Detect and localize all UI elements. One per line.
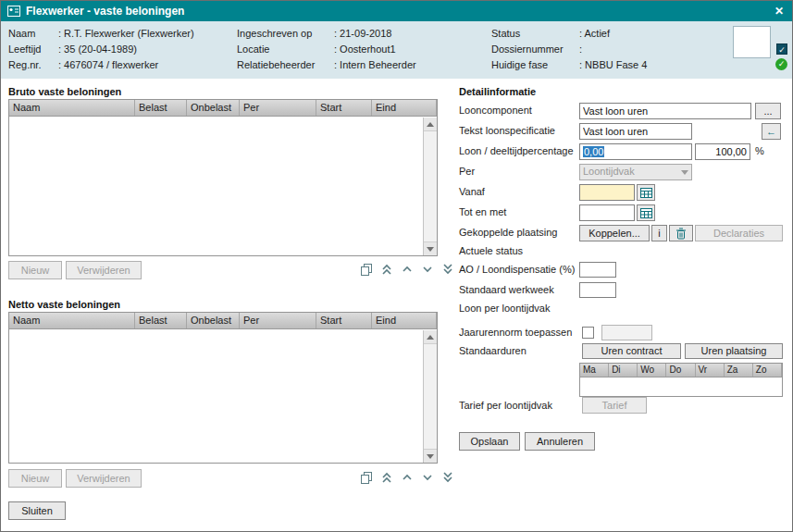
netto-nieuw-button[interactable]: Nieuw [8,469,62,488]
tekst-loonspecificatie-label: Tekst loonspecificatie [459,125,555,136]
deeltijdpercentage-input[interactable] [695,143,750,160]
tot-en-met-input[interactable] [579,204,635,221]
loon-deeltijdpercentage-label: Loon / deeltijdpercentage [459,145,574,156]
move-last-icon[interactable] [440,470,456,485]
netto-table[interactable]: Naam Belast Onbelast Per Start Eind [8,312,438,464]
info-column-1: Naam: R.T. Flexwerker (Flexwerker) Leeft… [8,26,194,73]
info-value: : 35 (20-04-1989) [58,43,137,55]
day-column-header: Vr [696,364,725,377]
tarief-button[interactable]: Tarief [582,397,647,414]
info-button[interactable]: i [651,225,667,241]
info-label: Leeftijd [8,42,58,57]
netto-scrollbar[interactable] [423,330,437,463]
scroll-up-icon[interactable] [424,118,437,131]
move-down-icon[interactable] [419,470,436,485]
column-header[interactable]: Start [316,313,372,328]
info-label: Relatiebeheerder [237,57,334,73]
day-column-header: Ma [580,364,609,377]
column-header[interactable]: Naam [9,313,135,328]
move-first-icon[interactable] [378,262,395,277]
bruto-scrollbar[interactable] [423,118,437,255]
column-header[interactable]: Onbelast [187,100,240,116]
vanaf-input[interactable] [579,184,635,201]
looncomponent-browse-button[interactable]: ... [755,103,781,119]
jaarurennorm-checkbox[interactable] [582,327,594,339]
per-select: Loontijdvak [579,164,692,180]
info-value: : NBBU Fase 4 [579,59,647,70]
netto-verwijderen-button[interactable]: Verwijderen [66,469,142,488]
info-label: Locatie [237,42,334,57]
copy-text-arrow-button[interactable]: ← [762,123,781,140]
day-column-header: Zo [753,364,782,377]
scroll-down-icon[interactable] [424,241,437,255]
annuleren-button[interactable]: Annuleren [525,432,595,451]
titlebar: Flexwerker - vaste beloningen ✕ [1,1,792,21]
info-value: : [579,43,582,55]
column-header[interactable]: Per [240,100,316,116]
move-down-icon[interactable] [419,262,436,277]
bruto-table[interactable]: Naam Belast Onbelast Per Start Eind [8,99,438,256]
trash-icon[interactable] [669,225,693,241]
netto-section-title: Netto vaste beloningen [8,299,120,310]
ao-loondispensatie-label: AO / Loondispensatie (%) [459,264,575,275]
jaarurennorm-label: Jaarurennorm toepassen [459,327,572,338]
column-header[interactable]: Per [240,313,316,328]
declaraties-button[interactable]: Declaraties [695,225,783,241]
koppelen-button[interactable]: Koppelen... [579,225,650,241]
selected-text: 0,00 [583,146,604,157]
bruto-nieuw-button[interactable]: Nieuw [8,261,62,279]
actuele-status-label: Actuele status [459,245,523,256]
column-header[interactable]: Onbelast [187,313,240,328]
window-title: Flexwerker - vaste beloningen [26,5,773,18]
bruto-verwijderen-button[interactable]: Verwijderen [66,261,142,279]
move-last-icon[interactable] [440,262,456,277]
netto-list-tools [358,470,456,485]
day-column-header: Za [725,364,753,377]
standaard-werkweek-input[interactable] [579,282,616,298]
loon-per-loontijdvak-label: Loon per loontijdvak [459,303,550,314]
move-up-icon[interactable] [399,470,415,485]
info-label: Reg.nr. [8,57,58,73]
per-label: Per [459,166,475,177]
standaarduren-table-header: Ma Di Wo Do Vr Za Zo [580,364,782,377]
copy-icon[interactable] [358,262,375,277]
looncomponent-input[interactable] [579,103,751,119]
opslaan-button[interactable]: Opslaan [459,432,520,451]
move-first-icon[interactable] [378,470,395,485]
info-label: Naam [8,26,58,42]
info-value: : Actief [579,28,610,39]
netto-table-header: Naam Belast Onbelast Per Start Eind [9,313,437,329]
column-header[interactable]: Eind [372,313,437,328]
column-header[interactable]: Start [316,100,372,116]
checked-checkbox-icon: ✓ [776,43,787,55]
vanaf-label: Vanaf [459,186,485,197]
standaarduren-table: Ma Di Wo Do Vr Za Zo [579,363,783,397]
tot-en-met-label: Tot en met [459,206,506,217]
info-value: : Intern Beheerder [334,59,416,70]
scroll-up-icon[interactable] [424,330,437,344]
loon-input[interactable]: 0,00 [579,143,692,160]
tekst-loonspecificatie-input[interactable] [579,123,692,140]
column-header[interactable]: Eind [372,100,437,116]
dialog-flexwerker-vaste-beloningen: Flexwerker - vaste beloningen ✕ Naam: R.… [0,0,793,532]
tot-en-met-calendar-icon[interactable] [637,204,655,221]
uren-contract-button[interactable]: Uren contract [582,343,681,359]
uren-plaatsing-button[interactable]: Uren plaatsing [685,343,783,359]
bruto-table-header: Naam Belast Onbelast Per Start Eind [9,100,437,117]
vanaf-calendar-icon[interactable] [637,184,655,201]
info-value: : 21-09-2018 [334,28,391,39]
move-up-icon[interactable] [399,262,415,277]
close-icon[interactable]: ✕ [773,5,786,18]
info-column-2: Ingeschreven op: 21-09-2018 Locatie: Oos… [237,26,416,73]
column-header[interactable]: Belast [135,313,187,328]
photo-placeholder [733,26,771,58]
sluiten-button[interactable]: Sluiten [8,501,66,520]
status-ok-check-icon: ✓ [775,58,787,70]
scroll-down-icon[interactable] [424,449,437,463]
chevron-down-icon [681,170,688,175]
copy-icon[interactable] [358,470,375,485]
column-header[interactable]: Belast [135,100,187,116]
ao-loondispensatie-input[interactable] [579,262,616,278]
column-header[interactable]: Naam [9,100,135,116]
info-value: : R.T. Flexwerker (Flexwerker) [58,28,194,39]
